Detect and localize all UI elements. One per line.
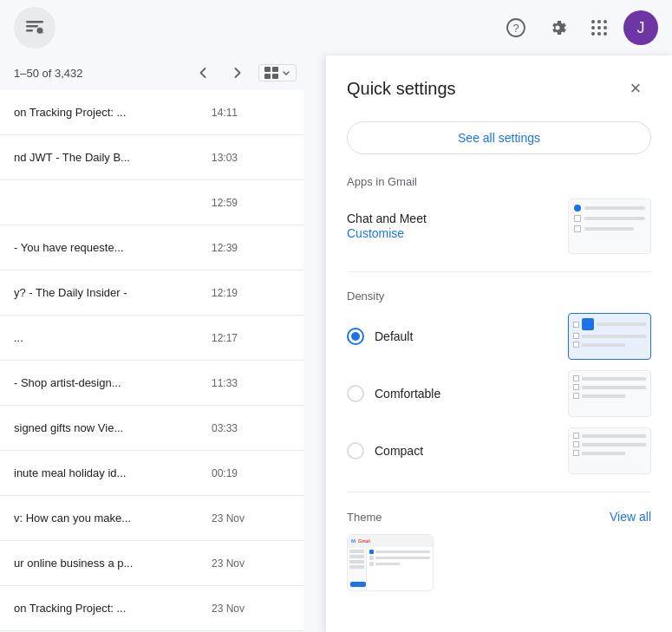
density-comfortable[interactable]: Comfortable: [347, 370, 651, 417]
theme-content: [367, 547, 433, 590]
theme-header: Theme View all: [347, 510, 651, 524]
svg-point-14: [597, 32, 601, 36]
svg-rect-16: [264, 67, 271, 72]
qs-title: Quick settings: [347, 79, 456, 99]
email-sender: - You have requeste...: [14, 241, 205, 254]
svg-point-11: [597, 26, 601, 29]
preview-line-1: [584, 206, 645, 210]
email-items-container: on Tracking Project: ... 14:11 nd JWT - …: [0, 90, 303, 631]
email-sender: y? - The Daily Insider -: [14, 286, 205, 299]
svg-point-10: [591, 26, 595, 29]
apps-button[interactable]: [582, 10, 617, 45]
email-item[interactable]: ur online business a p... 23 Nov: [0, 541, 303, 586]
email-time: 14:11: [212, 107, 238, 119]
preview-line-2: [584, 217, 645, 220]
email-item[interactable]: 12:59: [0, 180, 303, 225]
email-time: 12:39: [212, 242, 238, 254]
dp-icon: [582, 318, 594, 330]
email-item[interactable]: inute meal holiday id... 00:19: [0, 451, 303, 496]
customise-link[interactable]: Customise: [347, 226, 404, 240]
email-item[interactable]: v: How can you make... 23 Nov: [0, 496, 303, 541]
apps-section: Apps in Gmail Chat and Meet Customise: [347, 175, 651, 254]
settings-button[interactable]: [540, 10, 575, 45]
theme-preview-thumbnail[interactable]: M Gmail: [347, 534, 434, 591]
main-area: 1–50 of 3,432: [0, 55, 672, 632]
avatar[interactable]: J: [623, 10, 658, 45]
density-compact[interactable]: Compact: [347, 427, 651, 474]
email-time: 23 Nov: [212, 603, 245, 615]
radio-comfortable[interactable]: [347, 385, 364, 402]
email-sender: on Tracking Project: ...: [14, 602, 205, 615]
svg-rect-17: [272, 67, 278, 72]
email-sender: signed gifts now Vie...: [14, 421, 205, 434]
email-item[interactable]: on Tracking Project: ... 23 Nov: [0, 586, 303, 631]
svg-point-3: [37, 28, 43, 34]
email-item[interactable]: signed gifts now Vie... 03:33: [0, 406, 303, 451]
email-list: 1–50 of 3,432: [0, 55, 303, 632]
svg-rect-0: [26, 21, 43, 23]
email-item[interactable]: nd JWT - The Daily B... 13:03: [0, 135, 303, 180]
help-button[interactable]: ?: [499, 10, 533, 45]
quick-settings-panel: Quick settings × See all settings Apps i…: [325, 55, 672, 632]
theme-section: Theme View all M Gmail: [347, 510, 651, 591]
email-time: 13:03: [212, 152, 238, 164]
density-default-label: Default: [375, 329, 413, 343]
email-item[interactable]: - You have requeste... 12:39: [0, 225, 303, 270]
theme-divider: [347, 492, 651, 492]
svg-point-13: [591, 32, 595, 36]
email-time: 12:19: [212, 287, 238, 299]
chat-meet-text: Chat and Meet: [347, 212, 427, 225]
svg-point-9: [603, 20, 607, 23]
view-all-link[interactable]: View all: [610, 510, 651, 524]
toolbar-right: ? J: [499, 10, 658, 45]
density-comfortable-preview: [568, 370, 651, 417]
qs-close-button[interactable]: ×: [620, 73, 651, 104]
density-compact-preview: [568, 427, 651, 474]
email-item[interactable]: - Shop artist-design... 11:33: [0, 361, 303, 406]
email-time: 23 Nov: [212, 557, 245, 570]
email-time: 23 Nov: [212, 512, 245, 524]
svg-point-15: [603, 32, 607, 36]
density-section-label: Density: [347, 290, 651, 303]
density-divider: [347, 271, 651, 272]
next-page-button[interactable]: [224, 59, 251, 87]
radio-inner-default: [351, 332, 360, 341]
svg-rect-19: [272, 74, 278, 79]
email-sender: - Shop artist-design...: [14, 376, 205, 389]
toolbar-left: [14, 7, 55, 49]
filter-button[interactable]: [14, 7, 55, 49]
density-default[interactable]: Default: [347, 313, 651, 360]
density-default-preview: [568, 313, 651, 360]
svg-point-12: [603, 26, 607, 29]
apps-section-label: Apps in Gmail: [347, 175, 651, 188]
svg-rect-2: [26, 29, 33, 32]
email-sender: inute meal holiday id...: [14, 466, 205, 479]
email-sender: on Tracking Project: ...: [14, 106, 205, 119]
theme-top-bar: M Gmail: [348, 535, 433, 547]
qs-header: Quick settings ×: [347, 73, 651, 104]
density-compact-label: Compact: [375, 444, 423, 458]
email-item[interactable]: on Tracking Project: ... 14:11: [0, 90, 303, 135]
email-sender: ...: [14, 331, 205, 344]
chat-meet-left: Chat and Meet Customise: [347, 212, 427, 241]
chat-meet-row: Chat and Meet Customise: [347, 199, 651, 254]
preview-blue-dot: [574, 205, 581, 212]
svg-rect-1: [26, 25, 38, 28]
density-section: Density Default: [347, 290, 651, 474]
svg-rect-4: [42, 31, 43, 35]
theme-label: Theme: [347, 511, 382, 524]
preview-square: [574, 215, 581, 222]
email-sender: v: How can you make...: [14, 511, 205, 524]
svg-point-8: [597, 20, 601, 23]
email-item[interactable]: y? - The Daily Insider - 12:19: [0, 270, 303, 316]
view-selector-button[interactable]: [258, 64, 297, 81]
email-item[interactable]: ... 12:17: [0, 316, 303, 361]
email-sender: nd JWT - The Daily B...: [14, 151, 205, 164]
prev-page-button[interactable]: [189, 59, 217, 87]
see-all-settings-button[interactable]: See all settings: [347, 121, 651, 154]
page-info: 1–50 of 3,432: [14, 67, 182, 80]
close-icon: ×: [630, 77, 642, 100]
radio-compact[interactable]: [347, 442, 364, 459]
chat-meet-preview: [568, 199, 651, 254]
radio-default[interactable]: [347, 328, 364, 345]
